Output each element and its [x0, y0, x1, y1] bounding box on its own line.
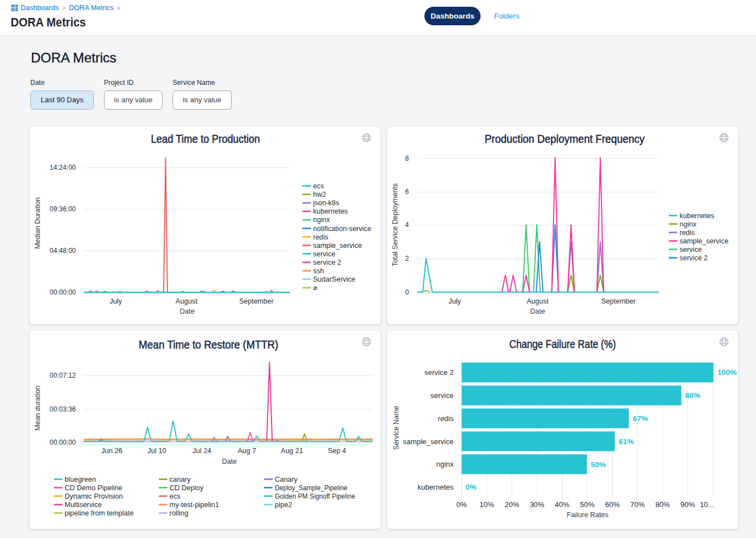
svg-text:kubernetes: kubernetes: [418, 483, 454, 491]
svg-text:pipeline from template: pipeline from template: [65, 509, 134, 517]
svg-text:Mean duration: Mean duration: [34, 386, 42, 431]
svg-text:sample_service: sample_service: [680, 237, 728, 245]
svg-text:redis: redis: [438, 414, 454, 423]
svg-text:00:00:00: 00:00:00: [49, 288, 76, 296]
svg-text:Mean Time to Restore (MTTR): Mean Time to Restore (MTTR): [139, 338, 278, 351]
svg-text:service 2: service 2: [313, 259, 341, 266]
svg-text:0: 0: [405, 288, 409, 296]
svg-text:00:00:00: 00:00:00: [49, 438, 76, 446]
svg-text:Sep 4: Sep 4: [328, 447, 346, 455]
svg-text:4: 4: [405, 221, 409, 229]
svg-text:json-k8s: json-k8s: [313, 199, 339, 207]
svg-text:August: August: [175, 297, 197, 305]
svg-text:09:36:00: 09:36:00: [49, 205, 76, 213]
svg-text:90%: 90%: [681, 500, 695, 509]
svg-text:04:48:00: 04:48:00: [49, 247, 76, 255]
svg-text:50%: 50%: [580, 500, 595, 509]
svg-text:CD Demo Pipeline: CD Demo Pipeline: [65, 484, 123, 492]
svg-text:67%: 67%: [633, 414, 648, 423]
svg-text:July: July: [449, 297, 461, 305]
svg-text:service 2: service 2: [424, 368, 454, 377]
svg-text:Canary: Canary: [275, 476, 298, 483]
svg-text:my-test-pipelin1: my-test-pipelin1: [170, 501, 219, 509]
svg-text:rolling: rolling: [170, 509, 188, 517]
svg-text:00:03:36: 00:03:36: [49, 405, 76, 413]
svg-text:ecs: ecs: [170, 492, 180, 500]
svg-text:6: 6: [405, 188, 409, 196]
svg-text:service 2: service 2: [680, 254, 708, 262]
svg-text:September: September: [601, 297, 636, 305]
svg-text:redis: redis: [680, 229, 695, 237]
svg-text:Lead Time to Production: Lead Time to Production: [151, 133, 260, 145]
svg-text:September: September: [239, 297, 273, 305]
svg-text:Service Name: Service Name: [392, 406, 400, 450]
svg-text:100%: 100%: [717, 368, 737, 377]
svg-text:nginx: nginx: [680, 220, 697, 228]
svg-text:Multiservice: Multiservice: [65, 501, 102, 509]
svg-text:nginx: nginx: [436, 460, 454, 468]
svg-text:80%: 80%: [655, 500, 670, 509]
svg-text:Deploy_Sample_Pipeline: Deploy_Sample_Pipeline: [275, 484, 347, 492]
svg-text:kubernetes: kubernetes: [313, 207, 348, 215]
svg-text:nginx: nginx: [313, 216, 331, 224]
svg-text:0%: 0%: [456, 500, 467, 509]
svg-text:2: 2: [405, 255, 409, 263]
svg-text:Median Duration: Median Duration: [34, 197, 42, 249]
svg-text:canary: canary: [170, 476, 191, 483]
svg-text:61%: 61%: [619, 437, 634, 446]
svg-text:Jun 26: Jun 26: [101, 447, 123, 455]
svg-text:SudarService: SudarService: [313, 275, 355, 283]
svg-text:8: 8: [405, 155, 409, 162]
svg-text:Change Failure Rate (%): Change Failure Rate (%): [509, 338, 616, 350]
svg-text:60%: 60%: [605, 500, 619, 509]
svg-text:50%: 50%: [591, 460, 606, 469]
svg-text:14:24:00: 14:24:00: [49, 164, 76, 171]
svg-text:20%: 20%: [505, 500, 519, 509]
svg-text:kubernetes: kubernetes: [680, 212, 714, 220]
svg-text:August: August: [527, 297, 549, 305]
svg-text:Date: Date: [180, 308, 194, 315]
svg-text:CD Deploy: CD Deploy: [170, 484, 204, 492]
svg-text:service: service: [680, 246, 702, 254]
svg-text:10...: 10...: [700, 500, 714, 509]
svg-text:Date: Date: [222, 458, 237, 465]
svg-text:00:07:12: 00:07:12: [49, 372, 76, 379]
svg-text:Jul 10: Jul 10: [147, 447, 166, 455]
svg-text:Jul 24: Jul 24: [193, 447, 211, 455]
svg-text:ecs: ecs: [313, 182, 324, 190]
svg-text:ssh: ssh: [313, 267, 324, 275]
svg-text:10%: 10%: [479, 500, 494, 509]
svg-text:Production Deployment Frequenc: Production Deployment Frequency: [485, 133, 645, 145]
svg-text:70%: 70%: [630, 500, 645, 509]
svg-text:pipe2: pipe2: [275, 501, 292, 509]
svg-text:redis: redis: [313, 233, 328, 241]
svg-text:88%: 88%: [685, 391, 700, 400]
svg-text:Dynamic Provision: Dynamic Provision: [65, 492, 123, 500]
svg-text:notification-service: notification-service: [313, 225, 372, 233]
svg-text:30%: 30%: [529, 500, 544, 509]
svg-text:sample_service: sample_service: [313, 242, 362, 250]
svg-text:sample_service: sample_service: [403, 437, 454, 446]
svg-text:July: July: [110, 297, 123, 305]
svg-text:service: service: [431, 391, 454, 400]
svg-text:hw2: hw2: [313, 191, 326, 198]
svg-text:Failure Rates: Failure Rates: [567, 511, 608, 519]
svg-text:bluegreen: bluegreen: [65, 476, 96, 483]
svg-text:⌀: ⌀: [313, 284, 318, 292]
svg-text:Aug 21: Aug 21: [281, 447, 304, 455]
svg-text:Date: Date: [530, 308, 545, 315]
svg-text:Golden PM Signoff Pipeline: Golden PM Signoff Pipeline: [275, 492, 355, 500]
svg-text:service: service: [313, 250, 336, 258]
svg-text:0%: 0%: [465, 483, 477, 491]
svg-text:Aug 7: Aug 7: [238, 447, 256, 455]
svg-text:Total Service Deployments: Total Service Deployments: [391, 183, 399, 266]
svg-text:40%: 40%: [555, 500, 569, 509]
